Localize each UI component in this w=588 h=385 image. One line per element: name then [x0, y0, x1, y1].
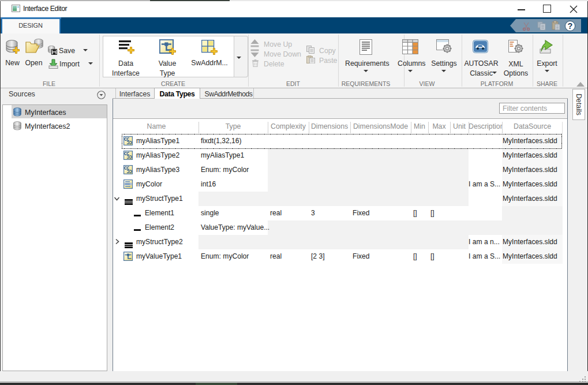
svg-text:?: ? [568, 21, 573, 31]
